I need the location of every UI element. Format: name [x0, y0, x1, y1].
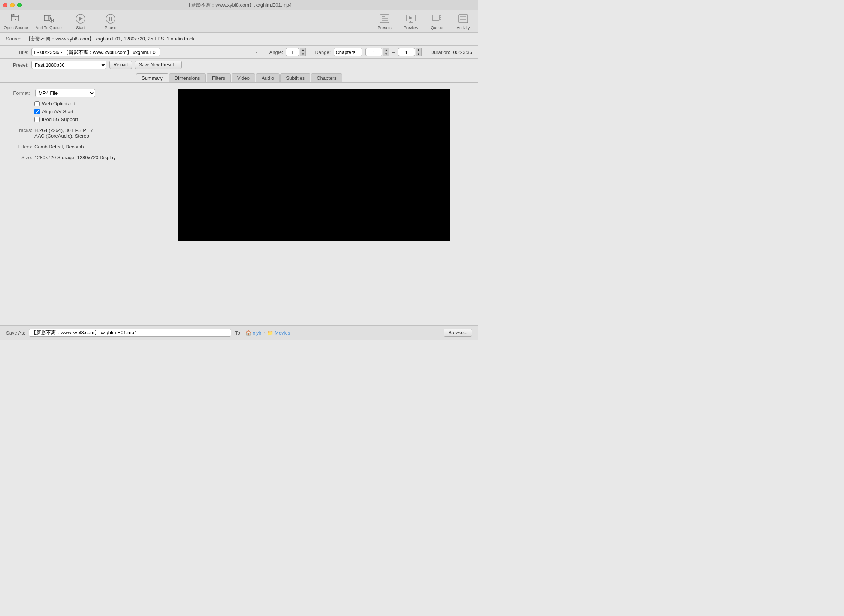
align-av-label: Align A/V Start	[42, 109, 73, 114]
tracks-label: Tracks:	[6, 127, 32, 133]
left-panel: Format: MP4 File Web Optimized Align A/V…	[6, 89, 148, 280]
filters-value: Comb Detect, Decomb	[34, 144, 84, 150]
tab-dimensions[interactable]: Dimensions	[169, 73, 206, 82]
title-select-wrapper: 1 - 00:23:36 - 【新影不离：www.xybl8.com】.xxgh…	[31, 48, 260, 56]
presets-button[interactable]: Presets	[373, 13, 396, 30]
bottom-bar: Save As: To: 🏠 xiyin › 📁 Movies Browse..…	[0, 325, 478, 340]
preview-area	[156, 89, 472, 280]
tab-summary[interactable]: Summary	[136, 73, 168, 82]
add-to-queue-button[interactable]: Add To Queue	[36, 13, 62, 30]
tab-video[interactable]: Video	[232, 73, 255, 82]
web-optimized-checkbox[interactable]	[34, 101, 40, 106]
source-label: Source:	[6, 36, 23, 42]
format-label: Format:	[6, 90, 32, 96]
svg-rect-25	[432, 15, 439, 20]
preset-row: Preset: Fast 1080p30 Reload Save New Pre…	[0, 59, 478, 71]
add-to-queue-icon	[43, 13, 55, 25]
activity-icon	[457, 13, 469, 25]
web-optimized-label: Web Optimized	[42, 101, 75, 106]
format-select-wrapper: MP4 File	[35, 89, 95, 97]
format-select[interactable]: MP4 File	[35, 89, 95, 97]
queue-icon	[431, 13, 443, 25]
open-source-label: Open Source	[4, 25, 28, 30]
path-folder[interactable]: Movies	[275, 330, 290, 336]
filters-row: Filters: Comb Detect, Decomb	[6, 144, 148, 150]
minimize-button[interactable]	[10, 3, 15, 7]
path-home[interactable]: xiyin	[253, 330, 263, 336]
tabs-bar: Summary Dimensions Filters Video Audio S…	[0, 71, 478, 82]
filters-label: Filters:	[6, 144, 32, 150]
size-row: Size: 1280x720 Storage, 1280x720 Display	[6, 155, 148, 160]
preset-select[interactable]: Fast 1080p30	[31, 61, 106, 69]
range-start-up[interactable]: ▲	[383, 48, 389, 52]
main-content: Source: 【新影不离：www.xybl8.com】.xxghlm.E01,…	[0, 33, 478, 340]
open-source-button[interactable]: Open Source	[4, 13, 28, 30]
duration-label: Duration:	[431, 49, 450, 55]
range-end-btns: ▲ ▼	[416, 48, 422, 56]
titlebar: 【新影不离：www.xybl8.com】.xxghlm.E01.mp4	[0, 0, 478, 10]
start-icon	[75, 13, 87, 25]
maximize-button[interactable]	[17, 3, 22, 7]
toolbar-right: Presets Preview	[373, 13, 474, 30]
angle-stepper[interactable]: ▲ ▼	[286, 48, 306, 56]
tab-audio[interactable]: Audio	[256, 73, 280, 82]
source-row: Source: 【新影不离：www.xybl8.com】.xxghlm.E01,…	[0, 33, 478, 45]
range-end-down[interactable]: ▼	[416, 52, 422, 56]
queue-button[interactable]: Queue	[426, 13, 448, 30]
source-value: 【新影不离：www.xybl8.com】.xxghlm.E01, 1280x72…	[26, 36, 195, 42]
svg-point-14	[106, 14, 115, 23]
range-label: Range:	[315, 49, 331, 55]
window-title: 【新影不离：www.xybl8.com】.xxghlm.E01.mp4	[186, 2, 292, 9]
range-end-stepper[interactable]: ▲ ▼	[398, 48, 422, 56]
tracks-line2: AAC (CoreAudio), Stereo	[34, 133, 93, 139]
tab-filters[interactable]: Filters	[207, 73, 231, 82]
web-optimized-row: Web Optimized	[34, 101, 148, 106]
angle-down-btn[interactable]: ▼	[300, 52, 306, 56]
align-av-checkbox[interactable]	[34, 109, 40, 114]
preview-button[interactable]: Preview	[400, 13, 422, 30]
svg-marker-24	[409, 16, 413, 19]
tracks-row: Tracks: H.264 (x264), 30 FPS PFR AAC (Co…	[6, 127, 148, 139]
svg-rect-16	[111, 17, 112, 21]
start-button[interactable]: Start	[69, 13, 92, 30]
close-button[interactable]	[3, 3, 7, 7]
ipod-checkbox[interactable]	[34, 117, 40, 122]
duration-value: 00:23:36	[453, 49, 472, 55]
preview-label: Preview	[403, 25, 418, 30]
toolbar: Open Source Add To Queue Start	[0, 10, 478, 33]
preset-label: Preset:	[6, 62, 28, 68]
angle-up-btn[interactable]: ▲	[300, 48, 306, 52]
range-start-stepper[interactable]: ▲ ▼	[365, 48, 389, 56]
home-icon: 🏠	[245, 330, 251, 336]
tab-chapters[interactable]: Chapters	[311, 73, 342, 82]
range-start-input[interactable]	[365, 48, 382, 56]
save-preset-button[interactable]: Save New Preset...	[135, 61, 182, 69]
reload-button[interactable]: Reload	[109, 61, 132, 69]
angle-stepper-btns: ▲ ▼	[300, 48, 306, 56]
angle-input[interactable]	[286, 48, 299, 56]
range-select[interactable]: Chapters	[334, 48, 362, 56]
traffic-lights	[3, 3, 22, 7]
align-av-row: Align A/V Start	[34, 109, 148, 114]
activity-button[interactable]: Activity	[452, 13, 474, 30]
pause-icon	[105, 13, 117, 25]
svg-marker-13	[79, 17, 83, 21]
angle-label: Angle:	[269, 49, 283, 55]
title-select[interactable]: 1 - 00:23:36 - 【新影不离：www.xybl8.com】.xxgh…	[31, 48, 160, 56]
range-start-down[interactable]: ▼	[383, 52, 389, 56]
ipod-row: iPod 5G Support	[34, 117, 148, 122]
browse-button[interactable]: Browse...	[444, 329, 472, 337]
tab-subtitles[interactable]: Subtitles	[280, 73, 310, 82]
title-row: Title: 1 - 00:23:36 - 【新影不离：www.xybl8.co…	[0, 46, 478, 58]
content-spacer	[0, 286, 478, 325]
pause-button[interactable]: Pause	[99, 13, 122, 30]
pause-label: Pause	[105, 25, 116, 30]
ipod-label: iPod 5G Support	[42, 117, 78, 122]
size-label: Size:	[6, 155, 32, 160]
range-end-input[interactable]	[398, 48, 415, 56]
queue-label: Queue	[431, 25, 443, 30]
range-end-up[interactable]: ▲	[416, 48, 422, 52]
presets-label: Presets	[377, 25, 391, 30]
save-as-input[interactable]	[29, 329, 231, 337]
tracks-line1: H.264 (x264), 30 FPS PFR	[34, 127, 93, 133]
